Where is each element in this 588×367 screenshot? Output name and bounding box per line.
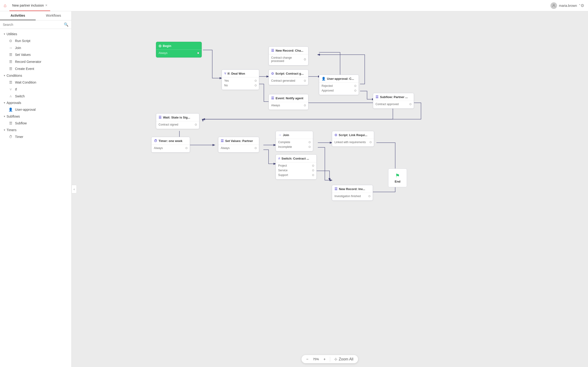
- switch-contract-icon: ⑃: [278, 157, 280, 160]
- node-if-deal-won[interactable]: ⑂ If: Deal Won Yes No: [222, 69, 259, 90]
- search-icon: 🔍: [64, 22, 68, 27]
- sidebar-tabs: Activities Workflows: [0, 11, 71, 20]
- join-node-icon: →: [278, 133, 281, 137]
- active-tab[interactable]: New partner inclusion ×: [9, 0, 50, 11]
- script-link-icon: ⊙: [335, 133, 337, 137]
- topbar: ⌂ New partner inclusion × maria.brown ˅ …: [0, 0, 588, 11]
- subflow-partner-icon: ☰: [376, 95, 379, 99]
- svg-point-0: [553, 4, 555, 6]
- timer-icon: ⏱: [8, 135, 13, 139]
- timer-node-icon: ⏱: [154, 139, 157, 143]
- node-wait-state[interactable]: ☰ Wait: State is Sig... Contract signed: [156, 113, 199, 129]
- sidebar-item-record-generator[interactable]: ☰ Record Generator: [0, 58, 71, 65]
- zoom-all-button[interactable]: ⊹ Zoom All: [333, 356, 355, 362]
- sidebar-item-wait-condition[interactable]: ☰ Wait Condition: [0, 79, 71, 86]
- canvas-toolbar: − 75% + ⊹ Zoom All: [302, 355, 358, 363]
- search-input[interactable]: [3, 23, 62, 26]
- wait-condition-icon: ☰: [8, 80, 13, 84]
- tab-workflows[interactable]: Workflows: [36, 11, 71, 20]
- home-icon[interactable]: ⌂: [4, 3, 7, 8]
- node-subflow-partner[interactable]: ☰ Subflow: Partner ... Contract approved: [373, 93, 414, 109]
- node-set-values-partner[interactable]: ☰ Set Values: Partner Always: [218, 137, 259, 152]
- close-tab-icon[interactable]: ×: [45, 3, 47, 8]
- user-menu[interactable]: maria.brown ˅: [550, 2, 580, 9]
- arrows-layer: [72, 11, 588, 367]
- subflow-icon: ☰: [8, 121, 13, 125]
- create-event-icon: ☰: [8, 67, 13, 71]
- script-contract-icon: ⊙: [271, 72, 274, 75]
- section-subflows[interactable]: ▾ Subflows: [0, 113, 71, 120]
- run-script-icon: ⊙: [8, 39, 13, 43]
- canvas-inner: ◎ Begin Always ⑂ If: Deal Won: [72, 11, 588, 367]
- zoom-out-button[interactable]: −: [305, 357, 310, 362]
- record-generator-icon: ☰: [8, 60, 13, 64]
- sidebar-item-run-script[interactable]: ⊙ Run Script: [0, 37, 71, 44]
- section-conditions[interactable]: ▾ Conditions: [0, 72, 71, 79]
- end-flag-icon: ⚑: [395, 173, 400, 179]
- toolbar-divider: [330, 357, 330, 362]
- node-user-approval[interactable]: 👤 User-approval: C... Rejected Approved: [319, 75, 359, 95]
- user-approval-icon: 👤: [8, 108, 13, 112]
- if-node-icon: ⑂: [224, 72, 226, 75]
- section-timers[interactable]: ▾ Timers: [0, 127, 71, 133]
- sidebar-item-user-approval[interactable]: 👤 User-approval: [0, 106, 71, 113]
- zoom-level-label: 75%: [312, 357, 320, 361]
- node-join[interactable]: → Join Complete Incomplete: [276, 131, 313, 151]
- join-icon: →: [8, 46, 13, 50]
- main-layout: Activities Workflows 🔍 ▾ Utilities ⊙ Run…: [0, 11, 588, 367]
- tab-title: New partner inclusion: [12, 4, 44, 7]
- settings-icon[interactable]: ⚙: [580, 3, 584, 8]
- avatar: [550, 2, 557, 9]
- if-icon: ⑂: [8, 87, 13, 91]
- sidebar-content: ▾ Utilities ⊙ Run Script → Join ☰ Set Va…: [0, 29, 71, 142]
- set-values-partner-icon: ☰: [221, 139, 224, 143]
- event-notify-icon: ☰: [271, 96, 274, 100]
- sidebar-item-switch[interactable]: ⑃ Switch: [0, 93, 71, 100]
- new-record-cha-icon: ☰: [271, 49, 274, 52]
- node-end[interactable]: ⚑ End: [388, 168, 407, 187]
- workflow-canvas[interactable]: ‹: [72, 11, 588, 367]
- section-utilities[interactable]: ▾ Utilities: [0, 31, 71, 37]
- collapse-sidebar-btn[interactable]: ‹: [72, 185, 77, 193]
- username-label: maria.brown: [559, 4, 577, 8]
- user-approval-node-icon: 👤: [322, 77, 326, 81]
- node-new-record-cha[interactable]: ☰ New Record: Cha... Contract change pro…: [269, 46, 308, 66]
- sidebar-item-join[interactable]: → Join: [0, 44, 71, 51]
- sidebar-item-if[interactable]: ⑂ If: [0, 86, 71, 93]
- node-event-notify[interactable]: ☰ Event: Notify agent Always: [269, 94, 308, 110]
- sidebar: Activities Workflows 🔍 ▾ Utilities ⊙ Run…: [0, 11, 72, 367]
- node-new-record-inv[interactable]: ☰ New Record: Inv... Investigation finis…: [332, 185, 373, 201]
- sidebar-item-set-values[interactable]: ☰ Set Values: [0, 51, 71, 58]
- node-script-link[interactable]: ⊙ Script: Link Requi... Linked with requ…: [332, 131, 374, 147]
- user-chevron: ˅: [579, 4, 580, 8]
- sidebar-item-timer[interactable]: ⏱ Timer: [0, 133, 71, 140]
- switch-icon: ⑃: [8, 94, 13, 98]
- wait-state-icon: ☰: [159, 116, 162, 119]
- begin-icon: ◎: [159, 44, 161, 48]
- new-record-inv-icon: ☰: [335, 187, 337, 191]
- section-approvals[interactable]: ▾ Approvals: [0, 100, 71, 106]
- sidebar-item-create-event[interactable]: ☰ Create Event: [0, 65, 71, 72]
- sidebar-item-subflow[interactable]: ☰ Subflow: [0, 120, 71, 127]
- node-switch-contract[interactable]: ⑃ Switch: Contract ... Project Service S…: [276, 154, 317, 180]
- zoom-in-button[interactable]: +: [322, 357, 327, 362]
- tab-activities[interactable]: Activities: [0, 11, 36, 20]
- node-script-contract[interactable]: ⊙ Script: Contract g... Contract generat…: [269, 69, 308, 85]
- node-timer-one-week[interactable]: ⏱ Timer: one week Always: [151, 137, 190, 152]
- zoom-all-icon: ⊹: [334, 357, 337, 361]
- search-bar: 🔍: [0, 20, 71, 29]
- begin-port-always: Always: [159, 51, 199, 55]
- node-begin[interactable]: ◎ Begin Always: [156, 42, 202, 58]
- set-values-icon: ☰: [8, 53, 13, 57]
